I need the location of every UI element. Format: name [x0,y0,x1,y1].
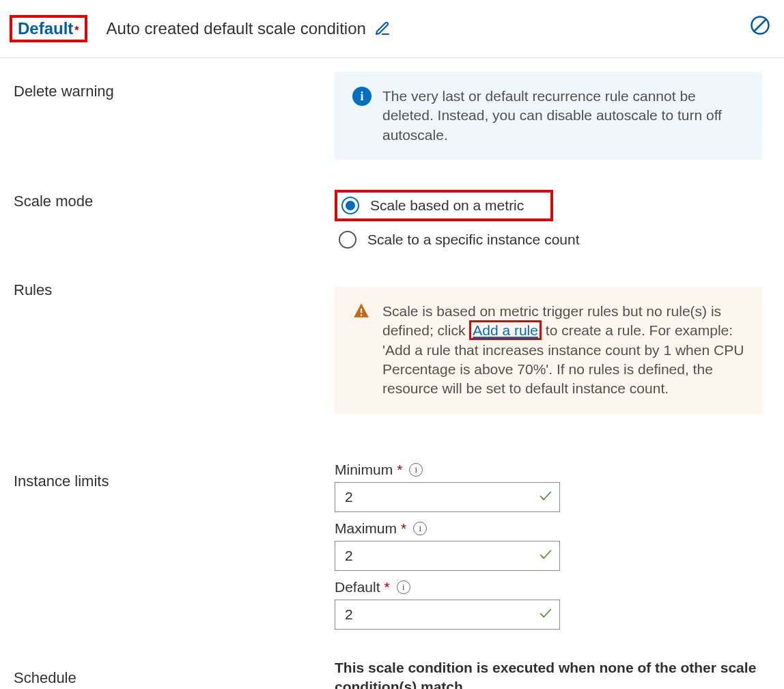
label-schedule: Schedule [14,658,321,689]
field-default: Default * i [335,579,762,630]
info-icon-maximum[interactable]: i [413,522,427,535]
field-maximum: Maximum * i [335,520,762,571]
warning-icon [352,302,370,322]
header-bar: Default* Auto created default scale cond… [0,0,784,58]
field-minimum: Minimum * i [335,462,762,512]
label-delete-warning: Delete warning [14,72,321,190]
condition-title: Auto created default scale condition [107,19,366,38]
label-instance-limits: Instance limits [14,462,321,658]
info-icon: i [352,87,372,106]
label-rules: Rules [14,270,321,462]
minimum-label: Minimum [335,462,393,478]
tab-default[interactable]: Default* [10,15,87,42]
warning-text-rules: Scale is based on metric trigger rules b… [382,302,744,399]
maximum-label: Maximum [335,520,397,537]
required-asterisk: * [401,520,406,537]
radio-scale-metric-label: Scale based on a metric [370,197,524,214]
radio-scale-metric-row[interactable]: Scale based on a metric [335,190,553,221]
maximum-input[interactable] [335,541,560,571]
pencil-edit-icon[interactable] [374,20,391,37]
info-box-delete-warning: i The very last or default recurrence ru… [335,72,762,160]
svg-rect-3 [361,314,362,315]
info-icon-default[interactable]: i [397,580,410,594]
radio-scale-metric[interactable] [341,197,359,214]
warning-box-rules: Scale is based on metric trigger rules b… [335,287,762,414]
default-label: Default [335,579,380,595]
radio-scale-count-row[interactable]: Scale to a specific instance count [335,227,762,253]
required-asterisk: * [384,579,390,595]
label-scale-mode: Scale mode [14,190,321,270]
radio-scale-count-label: Scale to a specific instance count [367,231,580,248]
default-input[interactable] [335,600,560,630]
disable-icon[interactable] [750,15,770,38]
svg-rect-2 [361,309,362,313]
tab-default-label: Default [18,19,73,38]
info-icon-minimum[interactable]: i [409,463,423,477]
minimum-input[interactable] [335,482,560,512]
required-asterisk: * [397,462,402,478]
info-text-delete-warning: The very last or default recurrence rule… [382,87,744,145]
svg-line-1 [754,19,766,31]
schedule-text: This scale condition is executed when no… [335,658,762,689]
add-a-rule-link[interactable]: Add a rule [469,320,542,340]
radio-scale-count[interactable] [339,231,356,249]
required-asterisk: * [74,25,79,36]
